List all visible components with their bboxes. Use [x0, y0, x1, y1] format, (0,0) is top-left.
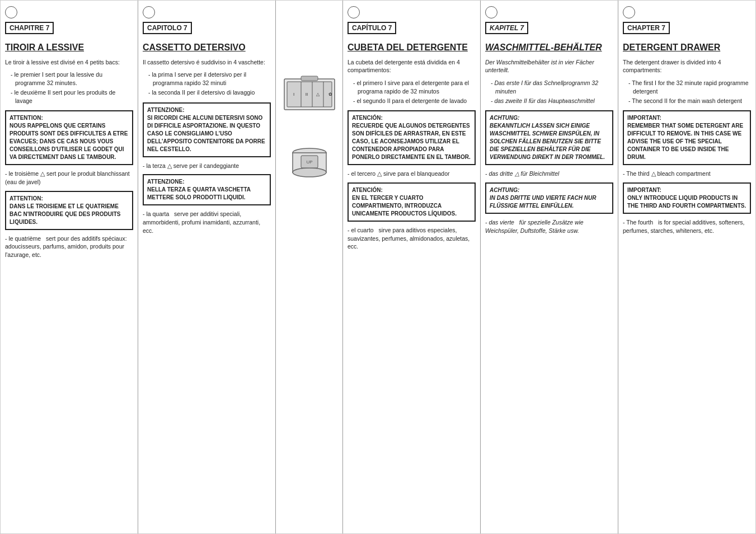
warning-label-spanish: ATENCIÓN: [352, 115, 383, 121]
bullets-spanish: el primero I sirve para el detergente pa… [348, 79, 476, 106]
fourth-spanish: - el cuarto sirve para aditivos especial… [348, 226, 476, 251]
chapter-header-english: CHAPTER 7 [623, 6, 751, 34]
fourth-text-spanish: el cuarto [351, 227, 373, 233]
warning-italian: ATTENZIONE: SI RICORDI CHE ALCUNI DETERS… [143, 102, 271, 157]
bleach-spanish: - el tercero △ sirve para el blanqueador [348, 170, 476, 178]
bullet-german-1: das zweite II für das Hauptwaschmittel [491, 97, 613, 105]
bullets-german: Das erste I für das Schnellprogramm 32 m… [485, 79, 613, 106]
warning-text-french: NOUS RAPPELONS QUE CERTAINS PRODUITS SON… [10, 123, 128, 160]
chapter-title-italian: CASSETTO DETERSIVO [143, 42, 271, 54]
fourth-text-german: das vierte [489, 219, 514, 226]
svg-rect-9 [301, 76, 318, 81]
warning2-french: ATTENTION: DANS LE TROISIEME ET LE QUATR… [5, 191, 133, 230]
warning-french: ATTENTION: NOUS RAPPELONS QUE CERTAINS P… [5, 110, 133, 165]
warning2-spanish: ATENCIÓN: EN EL TERCER Y CUARTO COMPARTI… [348, 182, 476, 222]
bullets-french: le premier I sert pour la lessive du pro… [5, 71, 133, 106]
chapter-header-spanish: CAPÍTULO 7 [348, 6, 476, 34]
intro-english: The detergent drawer is divided into 4 c… [623, 58, 751, 74]
warning2-label-french: ATTENTION: [10, 195, 43, 202]
warning2-text-italian: NELLA TERZA E QUARTA VASCHETTA METTERE S… [147, 186, 251, 200]
warning-english: IMPORTANT: REMEMBER THAT SOME DETERGENT … [623, 110, 751, 165]
bullet-english-0: The first I for the 32 minute rapid prog… [628, 79, 751, 95]
warning-text-english: REMEMBER THAT SOME DETERGENT ARE DIFFICU… [627, 123, 743, 160]
bleach-text-french: le troisième [8, 170, 39, 177]
chapter-label-italian: CAPITOLO 7 [143, 22, 192, 34]
chapter-title-english: DETERGENT DRAWER [623, 42, 751, 54]
svg-text:✿: ✿ [328, 92, 332, 97]
manual-page: CHAPITRE 7 TIROIR A LESSIVE Le tiroir à … [0, 0, 756, 534]
fourth-french: - le quatrième sert pour des additifs sp… [5, 235, 133, 259]
warning-label-italian: ATTENZIONE: [147, 107, 184, 113]
chapter-title-german: WASCHMITTEL-BEHÄLTER [485, 42, 613, 54]
fourth-text-french: le quatrième [8, 235, 41, 242]
bleach-german: - das dritte △ für Bleichmittel [485, 170, 613, 178]
bullets-english: The first I for the 32 minute rapid prog… [623, 79, 751, 106]
bullet-italian-0: la prima I serve per il detersivo per il… [148, 71, 271, 87]
warning-text-spanish: RECUERDE QUE ALGUNOS DETERGENTES SON DIF… [352, 123, 471, 160]
chapter-circle-italian [143, 6, 155, 18]
column-italian: CAPITOLO 7 CASSETTO DETERSIVO Il cassett… [138, 1, 276, 533]
column-french: CHAPITRE 7 TIROIR A LESSIVE Le tiroir à … [1, 1, 138, 533]
warning2-label-spanish: ATENCIÓN: [352, 187, 383, 193]
warning-label-french: ATTENTION: [10, 115, 43, 121]
warning-text-italian: SI RICORDI CHE ALCUNI DETERSIVI SONO DI … [147, 115, 265, 152]
bleach-french: - le troisième △ sert pour le produit bl… [5, 170, 133, 186]
container-diagram-container: UP [284, 144, 335, 182]
svg-text:UP: UP [306, 160, 312, 165]
warning-text-german: BEKANNTLICH LASSEN SICH EINIGE WASCHMITT… [490, 123, 605, 160]
warning2-label-german: ACHTUNG: [490, 187, 519, 193]
bleach-italian: - la terza △ serve per il candeggiante [143, 162, 271, 170]
chapter-header-italian: CAPITOLO 7 [143, 6, 271, 34]
drawer-diagram-container: I II △ ✿ [281, 73, 337, 116]
warning2-text-spanish: EN EL TERCER Y CUARTO COMPARTIMENTO, INT… [352, 195, 457, 217]
warning2-text-english: ONLY INTRODUCE LIQUID PRODUCTS IN THE TH… [627, 195, 746, 209]
warning-german: ACHTUNG: BEKANNTLICH LASSEN SICH EINIGE … [485, 110, 613, 165]
svg-text:II: II [305, 92, 307, 97]
chapter-title-spanish: CUBETA DEL DETERGENTE [348, 42, 476, 54]
bullets-italian: la prima I serve per il detersivo per il… [143, 71, 271, 97]
bullet-french-1: le deuxième II sert pour les produits de… [11, 88, 133, 105]
svg-text:△: △ [316, 92, 320, 97]
bleach-suffix-italian: serve per il candeggiante [173, 162, 239, 169]
warning2-label-italian: ATTENZIONE: [147, 179, 184, 185]
bullet-italian-1: la seconda II per il detersivo di lavagg… [148, 88, 271, 97]
container-diagram-svg: UP [284, 144, 335, 181]
fourth-english: - The fourth is for special additives, s… [623, 218, 751, 235]
svg-point-12 [293, 168, 326, 177]
bleach-suffix-english: bleach compartment [658, 170, 711, 177]
column-german: KAPITEL 7 WASCHMITTEL-BEHÄLTER Der Wasch… [481, 1, 618, 533]
intro-french: Le tiroir à lessive est divisé en 4 peti… [5, 58, 133, 67]
fourth-text-english: The fourth [626, 219, 653, 226]
chapter-circle-german [485, 6, 497, 18]
fourth-italian: - la quarta serve per additivi speciali,… [143, 210, 271, 235]
chapter-label-spanish: CAPÍTULO 7 [348, 22, 396, 34]
warning2-text-german: IN DAS DRITTE UND VIERTE FACH NUR FLÜSSI… [490, 195, 596, 209]
fourth-german: - das vierte für spezielle Zusätze wie W… [485, 218, 613, 235]
bleach-suffix-spanish: sirve para el blanqueador [383, 170, 450, 177]
warning2-english: IMPORTANT: ONLY INTRODUCE LIQUID PRODUCT… [623, 182, 751, 214]
chapter-circle-french [5, 6, 17, 18]
column-spanish: CAPÍTULO 7 CUBETA DEL DETERGENTE La cube… [343, 1, 481, 533]
warning2-german: ACHTUNG: IN DAS DRITTE UND VIERTE FACH N… [485, 182, 613, 214]
chapter-circle-english [623, 6, 635, 18]
warning-label-english: IMPORTANT: [627, 115, 661, 121]
intro-italian: Il cassetto detersivo é suddiviso in 4 v… [143, 58, 271, 67]
chapter-title-french: TIROIR A LESSIVE [5, 42, 133, 54]
fourth-text-italian: la quarta [146, 210, 169, 217]
bullet-spanish-1: el segundo II para el detergente de lava… [353, 97, 476, 105]
warning2-label-english: IMPORTANT: [627, 187, 661, 193]
center-images-column: I II △ ✿ UP [276, 1, 343, 533]
chapter-label-german: KAPITEL 7 [485, 22, 528, 34]
bleach-text-spanish: el tercero [351, 170, 375, 177]
warning-spanish: ATENCIÓN: RECUERDE QUE ALGUNOS DETERGENT… [348, 110, 476, 165]
drawer-diagram-svg: I II △ ✿ [281, 73, 337, 115]
bullet-spanish-0: el primero I sirve para el detergente pa… [353, 79, 476, 95]
bleach-suffix-german: für Bleichmittel [520, 170, 559, 177]
bleach-english: - The third △ bleach compartment [623, 170, 751, 178]
bleach-text-italian: la terza [146, 162, 165, 169]
intro-spanish: La cubeta del detergente está dividida e… [348, 58, 476, 74]
warning2-text-french: DANS LE TROISIEME ET LE QUATRIEME BAC N'… [10, 203, 121, 225]
chapter-label-english: CHAPTER 7 [623, 22, 670, 34]
warning-label-german: ACHTUNG: [490, 115, 519, 121]
intro-german: Der Waschmittelbehälter ist in vier Fäch… [485, 58, 613, 74]
